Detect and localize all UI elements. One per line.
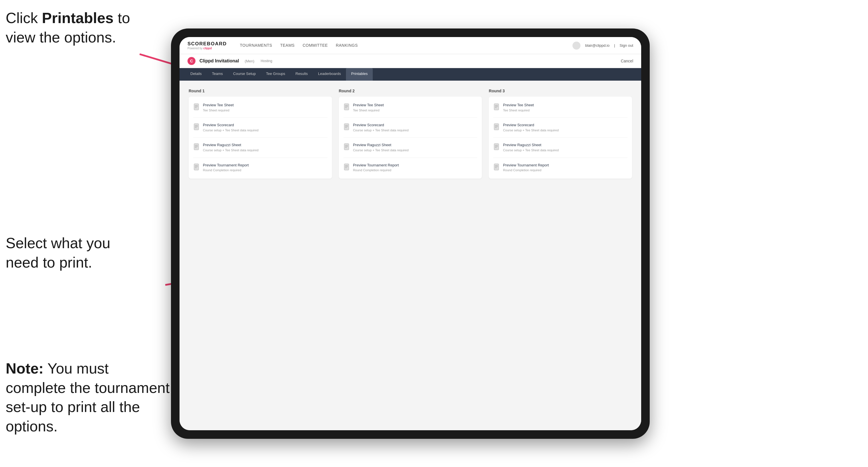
powered-by: Powered by clippd — [187, 47, 227, 50]
round-3-report-text: Preview Tournament Report Round Completi… — [503, 163, 549, 173]
round-2-title: Round 2 — [339, 89, 482, 93]
round-1-tee-sheet[interactable]: Preview Tee Sheet Tee Sheet required — [193, 102, 328, 114]
sign-out-link[interactable]: Sign out — [620, 43, 633, 48]
r3-rag-label: Preview Raguzzi Sheet — [503, 143, 559, 148]
divider — [493, 117, 627, 118]
svg-rect-36 — [494, 104, 499, 110]
round-1-raguzzi-label: Preview Raguzzi Sheet — [203, 143, 258, 148]
scoreboard-logo: SCOREBOARD Powered by clippd — [187, 41, 227, 50]
tournament-info: C Clippd Invitational (Men) Hosting — [187, 57, 272, 65]
round-3-scorecard-text: Preview Scorecard Course setup + Tee She… — [503, 123, 559, 132]
round-1-scorecard-text: Preview Scorecard Course setup + Tee She… — [203, 123, 258, 132]
round-1-scorecard-label: Preview Scorecard — [203, 123, 258, 128]
r2-tee-sub: Tee Sheet required — [353, 108, 384, 112]
tab-teams[interactable]: Teams — [207, 68, 228, 81]
nav-rankings[interactable]: RANKINGS — [336, 43, 358, 48]
r3-rag-sub: Course setup + Tee Sheet data required — [503, 148, 559, 152]
nav-items: TOURNAMENTS TEAMS COMMITTEE RANKINGS — [240, 43, 562, 48]
tab-results[interactable]: Results — [290, 68, 313, 81]
round-2-card: Preview Tee Sheet Tee Sheet required — [339, 97, 482, 179]
r2-tee-sheet-icon — [343, 103, 350, 111]
r3-tee-sub: Tee Sheet required — [503, 108, 534, 112]
r2-rep-label: Preview Tournament Report — [353, 163, 399, 168]
tab-leaderboards[interactable]: Leaderboards — [313, 68, 346, 81]
top-nav: SCOREBOARD Powered by clippd TOURNAMENTS… — [180, 37, 641, 54]
round-1-raguzzi[interactable]: Preview Raguzzi Sheet Course setup + Tee… — [193, 142, 328, 153]
svg-rect-8 — [194, 124, 198, 130]
round-1-title: Round 1 — [189, 89, 332, 93]
round-2-tee-sheet[interactable]: Preview Tee Sheet Tee Sheet required — [343, 102, 477, 114]
r2-rag-label: Preview Raguzzi Sheet — [353, 143, 409, 148]
round-2-tournament-report[interactable]: Preview Tournament Report Round Completi… — [343, 162, 477, 174]
r3-raguzzi-icon — [493, 143, 500, 151]
r3-tee-label: Preview Tee Sheet — [503, 103, 534, 108]
scorecard-icon — [193, 123, 199, 131]
round-1-tee-sheet-text: Preview Tee Sheet Tee Sheet required — [203, 103, 234, 112]
r3-sc-sub: Course setup + Tee Sheet data required — [503, 128, 559, 132]
round-1-report-sub: Round Completion required — [203, 168, 249, 172]
r2-raguzzi-icon — [343, 143, 350, 151]
nav-committee[interactable]: COMMITTEE — [303, 43, 328, 48]
svg-rect-44 — [494, 144, 499, 150]
r2-scorecard-icon — [343, 123, 350, 131]
svg-rect-12 — [194, 144, 198, 150]
round-2-scorecard[interactable]: Preview Scorecard Course setup + Tee She… — [343, 122, 477, 133]
r3-scorecard-icon — [493, 123, 500, 131]
rounds-grid: Round 1 — [189, 89, 632, 179]
r3-rep-label: Preview Tournament Report — [503, 163, 549, 168]
round-3-scorecard[interactable]: Preview Scorecard Course setup + Tee She… — [493, 122, 627, 133]
divider — [193, 117, 328, 118]
cancel-button[interactable]: Cancel — [621, 59, 633, 63]
round-1-section: Round 1 — [189, 89, 332, 179]
user-avatar — [572, 41, 581, 50]
svg-rect-24 — [344, 124, 349, 130]
tab-tee-groups[interactable]: Tee Groups — [261, 68, 290, 81]
nav-right: blair@clippd.io | Sign out — [572, 41, 633, 50]
round-1-tee-sheet-sub: Tee Sheet required — [203, 108, 234, 112]
tournament-sub: (Men) — [245, 59, 254, 63]
brand-name: clippd — [204, 47, 212, 50]
r2-rag-sub: Course setup + Tee Sheet data required — [353, 148, 409, 152]
round-1-raguzzi-sub: Course setup + Tee Sheet data required — [203, 148, 258, 152]
svg-rect-16 — [194, 164, 198, 170]
r2-tee-label: Preview Tee Sheet — [353, 103, 384, 108]
round-2-tee-sheet-text: Preview Tee Sheet Tee Sheet required — [353, 103, 384, 112]
svg-rect-28 — [344, 144, 349, 150]
round-3-tee-sheet-text: Preview Tee Sheet Tee Sheet required — [503, 103, 534, 112]
round-2-section: Round 2 — [339, 89, 482, 179]
nav-tournaments[interactable]: TOURNAMENTS — [240, 43, 272, 48]
scoreboard-title: SCOREBOARD — [187, 41, 227, 47]
tab-course-setup[interactable]: Course Setup — [228, 68, 261, 81]
round-2-raguzzi[interactable]: Preview Raguzzi Sheet Course setup + Tee… — [343, 142, 477, 153]
tournament-name: Clippd Invitational — [199, 58, 239, 64]
svg-rect-20 — [344, 104, 349, 110]
tournament-report-icon — [193, 163, 199, 171]
r3-sc-label: Preview Scorecard — [503, 123, 559, 128]
annotation-middle: Select what youneed to print. — [6, 234, 160, 272]
content-area: Round 1 — [180, 81, 641, 430]
round-1-scorecard-sub: Course setup + Tee Sheet data required — [203, 128, 258, 132]
annotation-bottom: Note: You must complete the tournament s… — [6, 359, 171, 436]
tablet-screen: SCOREBOARD Powered by clippd TOURNAMENTS… — [180, 37, 641, 430]
round-3-tournament-report[interactable]: Preview Tournament Report Round Completi… — [493, 162, 627, 174]
round-1-report-text: Preview Tournament Report Round Completi… — [203, 163, 249, 173]
tab-printables[interactable]: Printables — [346, 68, 373, 81]
round-1-scorecard[interactable]: Preview Scorecard Course setup + Tee She… — [193, 122, 328, 133]
round-1-raguzzi-text: Preview Raguzzi Sheet Course setup + Tee… — [203, 143, 258, 152]
round-1-tee-sheet-label: Preview Tee Sheet — [203, 103, 234, 108]
nav-teams[interactable]: TEAMS — [280, 43, 294, 48]
round-3-raguzzi[interactable]: Preview Raguzzi Sheet Course setup + Tee… — [493, 142, 627, 153]
r2-sc-label: Preview Scorecard — [353, 123, 409, 128]
tab-details[interactable]: Details — [185, 68, 207, 81]
round-3-tee-sheet[interactable]: Preview Tee Sheet Tee Sheet required — [493, 102, 627, 114]
round-1-tournament-report[interactable]: Preview Tournament Report Round Completi… — [193, 162, 328, 174]
round-2-raguzzi-text: Preview Raguzzi Sheet Course setup + Tee… — [353, 143, 409, 152]
tournament-bar: C Clippd Invitational (Men) Hosting Canc… — [180, 54, 641, 68]
tee-sheet-icon — [193, 103, 199, 111]
hosting-badge: Hosting — [261, 59, 272, 63]
user-email: blair@clippd.io — [585, 43, 609, 48]
r2-rep-sub: Round Completion required — [353, 168, 399, 172]
svg-rect-4 — [194, 104, 198, 110]
separator: | — [614, 43, 615, 48]
raguzzi-icon — [193, 143, 199, 151]
